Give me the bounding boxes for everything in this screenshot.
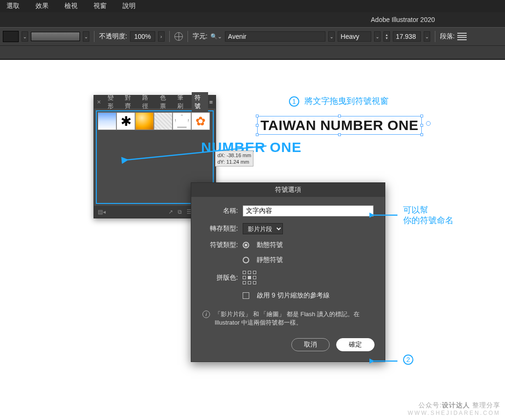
symbol-ink-splat[interactable] xyxy=(116,112,135,130)
app-title: Adobe Illustrator 2020 xyxy=(371,16,435,23)
symbol-type-label: 符號類型: xyxy=(202,241,238,249)
annotation-number-2: 2 xyxy=(403,355,416,365)
selected-text-object[interactable]: TAIWAN NUMBER ONE xyxy=(257,116,422,135)
cancel-button[interactable]: 取消 xyxy=(291,338,330,351)
globe-icon[interactable] xyxy=(174,32,183,41)
fill-swatch[interactable] xyxy=(3,31,19,42)
annotation-2: 可以幫 你的符號命名 xyxy=(403,205,454,225)
size-stepper[interactable]: ▴▾ xyxy=(383,31,390,42)
font-size-menu[interactable]: ⌄ xyxy=(424,31,430,42)
radio-dynamic[interactable] xyxy=(243,242,249,248)
info-icon: i xyxy=(202,311,210,318)
registration-grid[interactable] xyxy=(243,271,257,285)
font-family-input[interactable] xyxy=(225,31,325,42)
menu-effect[interactable]: 效果 xyxy=(34,1,50,11)
symbol-row xyxy=(98,112,212,130)
annotation-1: 1 將文字拖曳到符號視窗 xyxy=(289,95,389,107)
name-label: 名稱: xyxy=(202,207,238,215)
dialog-title: 符號選項 xyxy=(275,186,301,194)
drag-delta-tooltip: dX: -38.16 mm dY: 11.24 mm xyxy=(215,151,253,167)
separator xyxy=(94,31,94,42)
registration-label: 拼版色: xyxy=(202,274,238,282)
tab-align[interactable]: 對齊 xyxy=(122,92,138,112)
menu-select[interactable]: 選取 xyxy=(5,1,22,11)
opacity-menu[interactable]: › xyxy=(158,31,165,42)
radio-dynamic-label: 動態符號 xyxy=(257,241,283,249)
symbol-name-input[interactable] xyxy=(243,205,374,217)
tab-brushes[interactable]: 筆刷 xyxy=(174,92,191,112)
symbol-library-icon[interactable]: ▤◂ xyxy=(98,209,106,215)
ok-button[interactable]: 確定 xyxy=(336,338,375,351)
separator xyxy=(435,31,435,42)
text-anchor-icon[interactable] xyxy=(426,121,431,126)
char-label: 字元: xyxy=(193,32,208,41)
search-icon: 🔍⌄ xyxy=(210,33,222,40)
radio-static[interactable] xyxy=(243,257,249,263)
panel-close-icon[interactable]: ✕ xyxy=(97,99,101,105)
panel-menu-icon[interactable]: ≡ xyxy=(209,99,213,106)
place-symbol-icon[interactable]: ↗ xyxy=(168,209,173,215)
font-family-menu[interactable]: ⌄ xyxy=(328,31,335,42)
font-size-input[interactable] xyxy=(393,31,421,42)
separator xyxy=(169,31,170,42)
symbol-flower[interactable] xyxy=(191,112,210,130)
symbol-options-dialog[interactable]: 符號選項 名稱: 轉存類型: 影片片段 符號類型: 動態符號 靜態符號 拼版色: xyxy=(191,182,385,362)
annotation-number-1: 1 xyxy=(289,96,299,107)
radio-static-label: 靜態符號 xyxy=(257,256,283,264)
menu-help[interactable]: 說明 xyxy=(121,1,137,11)
opacity-label: 不透明度: xyxy=(99,32,127,41)
app-titlebar: Adobe Illustrator 2020 xyxy=(0,12,505,27)
nine-slice-checkbox[interactable] xyxy=(243,292,249,299)
panel-tabs[interactable]: ✕ 變形 對齊 路徑 色票 筆刷 符號 ≡ xyxy=(94,95,216,109)
opacity-value[interactable]: 100% xyxy=(130,31,155,42)
export-type-select[interactable]: 影片片段 xyxy=(243,223,283,234)
canvas-text-main[interactable]: TAIWAN NUMBER ONE xyxy=(260,117,418,133)
font-weight-menu[interactable]: ⌄ xyxy=(374,31,381,42)
stroke-swatch-menu[interactable]: ⌄ xyxy=(83,31,89,42)
tab-transform[interactable]: 變形 xyxy=(105,92,121,112)
separator xyxy=(188,31,188,42)
menu-window[interactable]: 視窗 xyxy=(92,1,108,11)
menu-view[interactable]: 檢視 xyxy=(63,1,79,11)
tab-pathfinder[interactable]: 路徑 xyxy=(139,92,156,112)
options-subbar xyxy=(0,46,505,60)
export-type-label: 轉存類型: xyxy=(202,224,238,233)
system-menubar[interactable]: 選取 效果 檢視 視窗 說明 xyxy=(0,0,505,12)
break-link-icon[interactable]: ⧉ xyxy=(178,209,182,215)
tab-swatches[interactable]: 色票 xyxy=(157,92,173,112)
watermark: 公众号:设计达人 整理分享 WWW.SHEJIDAREN.COM xyxy=(408,401,500,416)
stroke-swatch[interactable] xyxy=(31,32,80,41)
options-bar[interactable]: ⌄ ⌄ 不透明度: 100% › 字元: 🔍⌄ ⌄ ⌄ ▴▾ ⌄ 段落: xyxy=(0,27,505,46)
nine-slice-label: 啟用 9 切片縮放的參考線 xyxy=(257,291,330,300)
paragraph-label: 段落: xyxy=(440,32,455,41)
symbol-orange-orb[interactable] xyxy=(135,112,154,130)
paragraph-align-icon[interactable] xyxy=(457,32,467,41)
symbol-texture[interactable] xyxy=(154,112,173,130)
dialog-info: i 「影片片段」 和 「繪圖」 都是 Flash 讀入的標記。在 Illustr… xyxy=(202,310,374,327)
font-weight-input[interactable] xyxy=(338,31,371,42)
dialog-info-text: 「影片片段」 和 「繪圖」 都是 Flash 讀入的標記。在 Illustrat… xyxy=(215,310,374,327)
symbol-gradient[interactable] xyxy=(98,112,116,130)
symbol-polygon[interactable] xyxy=(173,112,191,130)
fill-swatch-menu[interactable]: ⌄ xyxy=(22,31,28,42)
dialog-titlebar[interactable]: 符號選項 xyxy=(191,183,385,197)
tab-symbols[interactable]: 符號 xyxy=(192,92,208,112)
